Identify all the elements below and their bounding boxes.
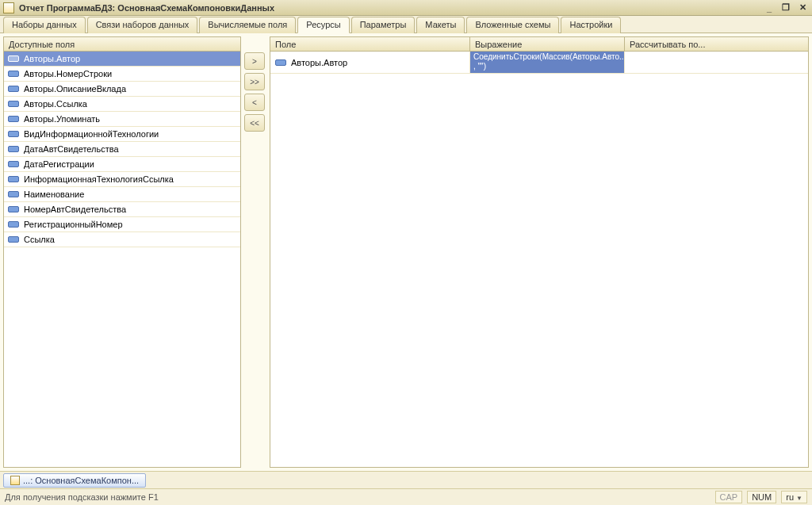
titlebar: Отчет ПрограммаБД3: ОсновнаяСхемаКомпоно… [0,0,812,16]
list-item[interactable]: ИнформационнаяТехнологияСсылка [4,172,240,187]
document-tab-label: ...: ОсновнаяСхемаКомпон... [23,476,139,485]
field-label: Авторы.Автор [24,54,80,63]
field-label: Авторы.Ссылка [24,99,87,109]
field-icon [8,206,19,212]
header-field[interactable]: Поле [270,37,470,51]
header-expression[interactable]: Выражение [470,37,625,51]
list-item[interactable]: Авторы.Автор [4,52,240,67]
add-all-button[interactable]: >> [244,73,265,90]
lang-dropdown-icon: ▼ [796,495,802,502]
status-lang[interactable]: ru ▼ [781,491,807,503]
field-label: Ссылка [24,235,55,244]
field-icon [8,55,19,62]
field-icon [8,146,19,152]
list-item[interactable]: Ссылка [4,232,240,247]
tab-calculated-fields[interactable]: Вычисляемые поля [199,17,296,33]
available-fields-list[interactable]: Авторы.АвторАвторы.НомерСтрокиАвторы.Опи… [4,52,240,467]
field-label: Авторы.НомерСтроки [24,69,112,78]
resources-table-header: Поле Выражение Рассчитывать по... [270,37,808,52]
close-button[interactable]: ✕ [796,2,809,13]
tab-templates[interactable]: Макеты [416,17,465,33]
field-label: РегистрационныйНомер [24,220,123,229]
tab-resources[interactable]: Ресурсы [297,17,349,33]
status-cap: CAP [715,491,743,503]
document-tab[interactable]: ...: ОсновнаяСхемаКомпон... [3,473,146,488]
field-icon [8,71,19,77]
remove-one-button[interactable]: < [244,94,265,111]
field-icon [8,191,19,197]
field-icon [8,161,19,167]
field-label: ДатаРегистрации [24,159,94,169]
list-item[interactable]: ДатаАвтСвидетельства [4,142,240,157]
list-item[interactable]: Наименование [4,187,240,202]
tab-parameters[interactable]: Параметры [351,17,416,33]
field-label: Наименование [24,189,84,199]
field-label: ИнформационнаяТехнологияСсылка [24,174,174,184]
field-icon [8,176,19,182]
tab-data-set-links[interactable]: Связи наборов данных [87,17,198,33]
tab-data-sets[interactable]: Наборы данных [3,17,86,33]
field-icon [8,236,19,243]
list-item[interactable]: Авторы.Ссылка [4,97,240,112]
list-item[interactable]: РегистрационныйНомер [4,217,240,232]
list-item[interactable]: ВидИнформационнойТехнологии [4,127,240,142]
maximize-button[interactable]: ❐ [779,2,792,13]
add-one-button[interactable]: > [244,52,265,70]
field-icon [8,131,19,137]
resources-table-body[interactable]: Авторы.АвторСоединитьСтроки(Массив(Автор… [270,52,808,467]
available-fields-header: Доступные поля [4,37,240,52]
field-icon [8,221,19,228]
field-label: НомерАвтСвидетельства [24,205,126,214]
remove-all-button[interactable]: << [244,114,265,132]
cell-field-text: Авторы.Автор [291,58,347,67]
window-title: Отчет ПрограммаБД3: ОсновнаяСхемаКомпоно… [19,3,763,13]
table-row[interactable]: Авторы.АвторСоединитьСтроки(Массив(Автор… [270,52,808,74]
list-item[interactable]: НомерАвтСвидетельства [4,202,240,217]
status-num: NUM [747,491,776,503]
field-icon [275,59,286,66]
status-bar: Для получения подсказки нажмите F1 CAP N… [0,488,812,505]
field-label: ДатаАвтСвидетельства [24,144,119,154]
field-icon [8,116,19,122]
main-tabs: Наборы данных Связи наборов данных Вычис… [0,16,812,33]
transfer-buttons: > >> < << [244,36,266,468]
status-hint: Для получения подсказки нажмите F1 [5,492,159,502]
list-item[interactable]: Авторы.НомерСтроки [4,67,240,82]
field-icon [8,86,19,92]
resources-panel: Поле Выражение Рассчитывать по... Авторы… [270,36,809,468]
minimize-button[interactable]: _ [763,2,776,13]
tab-settings[interactable]: Настройки [561,17,621,33]
list-item[interactable]: Авторы.ОписаниеВклада [4,82,240,97]
document-bar: ...: ОсновнаяСхемаКомпон... [0,471,812,488]
document-icon [10,476,20,485]
tab-nested-schemas[interactable]: Вложенные схемы [466,17,559,33]
field-icon [8,101,19,107]
list-item[interactable]: Авторы.Упоминать [4,112,240,127]
field-label: Авторы.ОписаниеВклада [24,84,126,94]
field-label: ВидИнформационнойТехнологии [24,129,159,139]
available-fields-panel: Доступные поля Авторы.АвторАвторы.НомерС… [3,36,241,468]
header-calc[interactable]: Рассчитывать по... [625,37,808,51]
cell-field[interactable]: Авторы.Автор [270,52,470,73]
cell-calc[interactable] [625,52,808,73]
list-item[interactable]: ДатаРегистрации [4,157,240,172]
window-buttons: _ ❐ ✕ [763,2,809,13]
field-label: Авторы.Упоминать [24,114,100,124]
app-icon [3,2,14,13]
cell-expression[interactable]: СоединитьСтроки(Массив(Авторы.Авто... , … [470,52,625,73]
workarea: Доступные поля Авторы.АвторАвторы.НомерС… [0,33,812,471]
